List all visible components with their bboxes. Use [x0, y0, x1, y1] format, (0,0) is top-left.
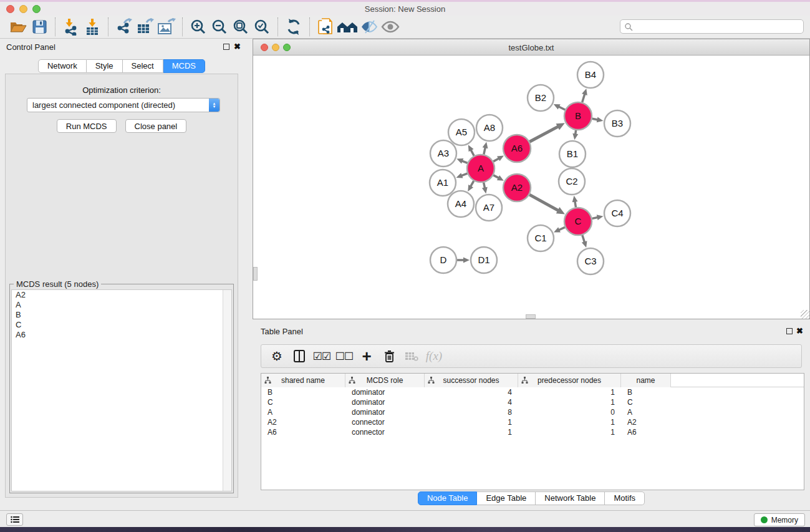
- criterion-dropdown[interactable]: largest connected component (directed) ▲…: [27, 98, 220, 112]
- table-row[interactable]: Bdominator41B: [261, 387, 804, 397]
- mcds-result-item[interactable]: B: [12, 310, 231, 320]
- deselect-all-columns-icon[interactable]: ☐☐: [335, 347, 354, 365]
- zoom-selected-button[interactable]: [251, 17, 272, 37]
- save-session-button[interactable]: [29, 17, 50, 37]
- table-cell[interactable]: 8: [425, 407, 518, 417]
- table-cell[interactable]: 4: [425, 387, 518, 397]
- result-scrollbar[interactable]: [223, 290, 231, 491]
- table-cell[interactable]: 1: [518, 417, 621, 427]
- graph-edge-B-B4[interactable]: [582, 94, 585, 102]
- graph-node-label-A4: A4: [455, 198, 466, 209]
- table-cell[interactable]: A: [261, 407, 345, 417]
- mcds-result-item[interactable]: A: [12, 300, 231, 310]
- table-cell[interactable]: 1: [518, 397, 621, 407]
- table-cell[interactable]: connector: [345, 417, 425, 427]
- export-network-button[interactable]: [113, 17, 135, 37]
- table-cell[interactable]: dominator: [345, 407, 425, 417]
- delete-column-icon[interactable]: [380, 347, 398, 365]
- float-table-panel-icon[interactable]: [786, 328, 793, 334]
- table-cell[interactable]: A2: [621, 417, 671, 427]
- table-cell[interactable]: 1: [518, 427, 621, 437]
- task-history-button[interactable]: [6, 513, 23, 526]
- mcds-result-item[interactable]: C: [12, 320, 231, 330]
- mcds-result-item[interactable]: A2: [12, 290, 231, 300]
- tab-mcds[interactable]: MCDS: [163, 59, 205, 73]
- table-cell[interactable]: A2: [261, 417, 345, 427]
- table-cell[interactable]: C: [621, 397, 671, 407]
- table-cell[interactable]: B: [261, 387, 345, 397]
- memory-button[interactable]: Memory: [754, 513, 805, 526]
- table-row[interactable]: A2connector11A2: [261, 417, 804, 427]
- search-field[interactable]: [620, 19, 804, 34]
- tab-motifs[interactable]: Motifs: [605, 491, 645, 505]
- table-cell[interactable]: dominator: [345, 387, 425, 397]
- select-all-columns-icon[interactable]: ☑☑: [312, 347, 331, 365]
- refresh-icon: [286, 19, 302, 35]
- canvas-hscroll-nub[interactable]: [526, 314, 536, 319]
- table-cell[interactable]: A: [621, 407, 671, 417]
- tab-select[interactable]: Select: [123, 59, 163, 73]
- network-canvas[interactable]: B4B2BB3A8A5A6B1A3AC2A1A2A4A7C4CC1C3DD1: [253, 56, 809, 319]
- dropdown-stepper-icon: ▲▼: [209, 99, 219, 112]
- table-header-row: shared nameMCDS rolesuccessor nodesprede…: [261, 374, 804, 387]
- table-cell[interactable]: 1: [425, 427, 518, 437]
- import-network-button[interactable]: [60, 17, 82, 37]
- network-window-titlebar[interactable]: testGlobe.txt: [253, 39, 809, 56]
- export-image-button[interactable]: [156, 17, 177, 37]
- tab-network-table[interactable]: Network Table: [536, 491, 605, 505]
- refresh-layout-button[interactable]: [283, 17, 304, 37]
- graph-node-label-A: A: [478, 163, 484, 173]
- column-header-name[interactable]: name: [621, 374, 671, 387]
- graph-edge-A2-C[interactable]: [529, 195, 559, 211]
- hide-graphics-details-button[interactable]: [380, 17, 401, 37]
- table-row[interactable]: A6connector11A6: [261, 427, 804, 437]
- zoom-fit-button[interactable]: [230, 17, 251, 37]
- search-input[interactable]: [633, 22, 803, 31]
- close-panel-icon[interactable]: ✖: [234, 42, 241, 51]
- close-table-panel-icon[interactable]: ✖: [796, 326, 803, 336]
- home-button[interactable]: [336, 17, 359, 37]
- mcds-panel: Optimization criterion: largest connecte…: [5, 74, 238, 498]
- new-network-from-selection-button[interactable]: [315, 17, 336, 37]
- column-header-MCDS-role[interactable]: MCDS role: [345, 374, 425, 387]
- zoom-in-button[interactable]: [188, 17, 209, 37]
- table-cell[interactable]: 1: [518, 387, 621, 397]
- mcds-result-item[interactable]: A6: [12, 330, 231, 340]
- import-table-button[interactable]: [82, 17, 103, 37]
- window-resize-grip[interactable]: [801, 310, 809, 319]
- close-panel-button[interactable]: Close panel: [125, 119, 187, 133]
- show-graphics-details-button[interactable]: [359, 17, 380, 37]
- table-cell[interactable]: 1: [425, 417, 518, 427]
- table-cell[interactable]: dominator: [345, 397, 425, 407]
- tab-network[interactable]: Network: [38, 59, 87, 73]
- show-column-panel-icon[interactable]: [290, 347, 309, 365]
- table-row[interactable]: Adominator80A: [261, 407, 804, 417]
- export-table-button[interactable]: [135, 17, 156, 37]
- zoom-out-button[interactable]: [209, 17, 230, 37]
- column-header-predecessor-nodes[interactable]: predecessor nodes: [518, 374, 621, 387]
- toolbar-separator: [55, 17, 55, 36]
- column-header-shared-name[interactable]: shared name: [261, 374, 345, 387]
- table-cell[interactable]: B: [621, 387, 671, 397]
- tab-style[interactable]: Style: [87, 59, 123, 73]
- canvas-vscroll-nub[interactable]: [253, 267, 258, 281]
- graph-edge-A6-B[interactable]: [529, 126, 559, 142]
- table-cell[interactable]: 4: [425, 397, 518, 407]
- column-header-successor-nodes[interactable]: successor nodes: [425, 374, 518, 387]
- graph-node-label-B2: B2: [535, 92, 546, 103]
- tab-edge-table[interactable]: Edge Table: [477, 491, 536, 505]
- table-cell[interactable]: A6: [621, 427, 671, 437]
- run-mcds-button[interactable]: Run MCDS: [57, 119, 117, 133]
- table-cell[interactable]: A6: [261, 427, 345, 437]
- table-settings-gear-icon[interactable]: ⚙: [268, 347, 286, 365]
- table-cell[interactable]: C: [261, 397, 345, 407]
- float-panel-icon[interactable]: [223, 44, 229, 50]
- table-cell[interactable]: 0: [518, 407, 621, 417]
- table-cell[interactable]: connector: [345, 427, 425, 437]
- tab-node-table[interactable]: Node Table: [418, 491, 478, 505]
- open-session-button[interactable]: [7, 17, 29, 37]
- graph-node-label-D1: D1: [478, 254, 489, 265]
- create-column-icon[interactable]: +: [357, 347, 376, 365]
- table-row[interactable]: Cdominator41C: [261, 397, 804, 407]
- export-image-icon: [157, 18, 176, 36]
